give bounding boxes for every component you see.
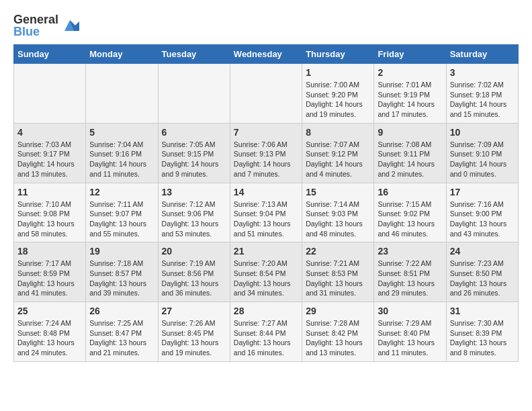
logo-icon (60, 16, 79, 35)
day-info: Sunrise: 7:13 AM Sunset: 9:04 PM Dayligh… (234, 199, 298, 239)
day-number: 3 (450, 67, 515, 78)
day-info: Sunrise: 7:11 AM Sunset: 9:07 PM Dayligh… (89, 199, 154, 239)
calendar-cell: 21Sunrise: 7:20 AM Sunset: 8:54 PM Dayli… (230, 242, 302, 302)
day-info: Sunrise: 7:00 AM Sunset: 9:20 PM Dayligh… (306, 80, 370, 120)
day-number: 12 (89, 187, 154, 197)
calendar-cell: 12Sunrise: 7:11 AM Sunset: 9:07 PM Dayli… (86, 183, 158, 242)
calendar-week-1: 1Sunrise: 7:00 AM Sunset: 9:20 PM Daylig… (14, 64, 519, 124)
header-saturday: Saturday (446, 45, 518, 64)
day-number: 26 (89, 306, 154, 316)
day-info: Sunrise: 7:20 AM Sunset: 8:54 PM Dayligh… (234, 259, 298, 298)
day-number: 7 (234, 127, 298, 138)
day-number: 6 (162, 127, 226, 138)
day-number: 16 (378, 187, 442, 197)
day-info: Sunrise: 7:30 AM Sunset: 8:39 PM Dayligh… (450, 318, 515, 358)
day-info: Sunrise: 7:23 AM Sunset: 8:50 PM Dayligh… (450, 259, 515, 298)
day-info: Sunrise: 7:05 AM Sunset: 9:15 PM Dayligh… (162, 140, 226, 179)
header-friday: Friday (374, 45, 446, 64)
calendar-cell: 9Sunrise: 7:08 AM Sunset: 9:11 PM Daylig… (374, 123, 446, 183)
calendar-cell: 19Sunrise: 7:18 AM Sunset: 8:57 PM Dayli… (86, 242, 158, 302)
calendar-cell: 27Sunrise: 7:26 AM Sunset: 8:45 PM Dayli… (158, 302, 230, 362)
calendar-cell: 20Sunrise: 7:19 AM Sunset: 8:56 PM Dayli… (158, 242, 230, 302)
header-wednesday: Wednesday (230, 45, 302, 64)
day-number: 4 (17, 127, 82, 138)
day-number: 10 (450, 127, 515, 138)
day-info: Sunrise: 7:28 AM Sunset: 8:42 PM Dayligh… (306, 318, 370, 358)
day-number: 29 (306, 306, 370, 316)
calendar-cell: 22Sunrise: 7:21 AM Sunset: 8:53 PM Dayli… (302, 242, 374, 302)
day-number: 8 (306, 127, 370, 138)
day-info: Sunrise: 7:14 AM Sunset: 9:03 PM Dayligh… (306, 199, 370, 239)
calendar-cell: 7Sunrise: 7:06 AM Sunset: 9:13 PM Daylig… (230, 123, 302, 183)
day-number: 21 (234, 246, 298, 257)
header-sunday: Sunday (14, 45, 86, 64)
day-number: 5 (89, 127, 154, 138)
calendar-cell: 3Sunrise: 7:02 AM Sunset: 9:18 PM Daylig… (446, 64, 518, 124)
day-info: Sunrise: 7:16 AM Sunset: 9:00 PM Dayligh… (450, 199, 515, 239)
calendar-cell: 16Sunrise: 7:15 AM Sunset: 9:02 PM Dayli… (374, 183, 446, 242)
day-number: 20 (162, 246, 226, 257)
day-info: Sunrise: 7:17 AM Sunset: 8:59 PM Dayligh… (17, 259, 82, 298)
day-info: Sunrise: 7:15 AM Sunset: 9:02 PM Dayligh… (378, 199, 442, 239)
day-number: 17 (450, 187, 515, 197)
day-info: Sunrise: 7:01 AM Sunset: 9:19 PM Dayligh… (378, 80, 442, 120)
calendar-cell (230, 64, 302, 124)
calendar-cell: 11Sunrise: 7:10 AM Sunset: 9:08 PM Dayli… (14, 183, 86, 242)
calendar-week-2: 4Sunrise: 7:03 AM Sunset: 9:17 PM Daylig… (14, 123, 519, 183)
day-number: 14 (234, 187, 298, 197)
day-number: 24 (450, 246, 515, 257)
day-info: Sunrise: 7:02 AM Sunset: 9:18 PM Dayligh… (450, 80, 515, 120)
day-info: Sunrise: 7:03 AM Sunset: 9:17 PM Dayligh… (17, 140, 82, 179)
day-info: Sunrise: 7:19 AM Sunset: 8:56 PM Dayligh… (162, 259, 226, 298)
day-number: 28 (234, 306, 298, 316)
calendar-cell: 28Sunrise: 7:27 AM Sunset: 8:44 PM Dayli… (230, 302, 302, 362)
day-info: Sunrise: 7:22 AM Sunset: 8:51 PM Dayligh… (378, 259, 442, 298)
day-number: 9 (378, 127, 442, 138)
calendar-week-5: 25Sunrise: 7:24 AM Sunset: 8:48 PM Dayli… (14, 302, 519, 362)
calendar-cell: 18Sunrise: 7:17 AM Sunset: 8:59 PM Dayli… (14, 242, 86, 302)
day-number: 22 (306, 246, 370, 257)
header-monday: Monday (86, 45, 158, 64)
page-header: General Blue (13, 13, 519, 38)
calendar-cell: 8Sunrise: 7:07 AM Sunset: 9:12 PM Daylig… (302, 123, 374, 183)
day-number: 15 (306, 187, 370, 197)
day-number: 23 (378, 246, 442, 257)
calendar-cell: 31Sunrise: 7:30 AM Sunset: 8:39 PM Dayli… (446, 302, 518, 362)
day-number: 27 (162, 306, 226, 316)
header-tuesday: Tuesday (158, 45, 230, 64)
calendar-cell: 17Sunrise: 7:16 AM Sunset: 9:00 PM Dayli… (446, 183, 518, 242)
day-number: 11 (17, 187, 82, 197)
day-info: Sunrise: 7:12 AM Sunset: 9:06 PM Dayligh… (162, 199, 226, 239)
day-info: Sunrise: 7:25 AM Sunset: 8:47 PM Dayligh… (89, 318, 154, 358)
day-info: Sunrise: 7:24 AM Sunset: 8:48 PM Dayligh… (17, 318, 82, 358)
calendar-cell (86, 64, 158, 124)
calendar-cell: 14Sunrise: 7:13 AM Sunset: 9:04 PM Dayli… (230, 183, 302, 242)
day-info: Sunrise: 7:08 AM Sunset: 9:11 PM Dayligh… (378, 140, 442, 179)
day-info: Sunrise: 7:07 AM Sunset: 9:12 PM Dayligh… (306, 140, 370, 179)
calendar-cell (14, 64, 86, 124)
calendar-table: SundayMondayTuesdayWednesdayThursdayFrid… (13, 44, 519, 362)
day-number: 13 (162, 187, 226, 197)
logo-general: General (13, 13, 58, 26)
calendar-cell: 5Sunrise: 7:04 AM Sunset: 9:16 PM Daylig… (86, 123, 158, 183)
day-info: Sunrise: 7:29 AM Sunset: 8:40 PM Dayligh… (378, 318, 442, 358)
calendar-body: 1Sunrise: 7:00 AM Sunset: 9:20 PM Daylig… (14, 64, 519, 362)
logo-blue: Blue (13, 26, 58, 38)
calendar-cell: 13Sunrise: 7:12 AM Sunset: 9:06 PM Dayli… (158, 183, 230, 242)
calendar-cell: 25Sunrise: 7:24 AM Sunset: 8:48 PM Dayli… (14, 302, 86, 362)
calendar-cell: 6Sunrise: 7:05 AM Sunset: 9:15 PM Daylig… (158, 123, 230, 183)
calendar-cell: 23Sunrise: 7:22 AM Sunset: 8:51 PM Dayli… (374, 242, 446, 302)
calendar-week-4: 18Sunrise: 7:17 AM Sunset: 8:59 PM Dayli… (14, 242, 519, 302)
day-number: 1 (306, 67, 370, 78)
day-info: Sunrise: 7:21 AM Sunset: 8:53 PM Dayligh… (306, 259, 370, 298)
calendar-cell: 15Sunrise: 7:14 AM Sunset: 9:03 PM Dayli… (302, 183, 374, 242)
calendar-cell: 30Sunrise: 7:29 AM Sunset: 8:40 PM Dayli… (374, 302, 446, 362)
header-thursday: Thursday (302, 45, 374, 64)
calendar-cell: 2Sunrise: 7:01 AM Sunset: 9:19 PM Daylig… (374, 64, 446, 124)
calendar-cell: 26Sunrise: 7:25 AM Sunset: 8:47 PM Dayli… (86, 302, 158, 362)
day-info: Sunrise: 7:18 AM Sunset: 8:57 PM Dayligh… (89, 259, 154, 298)
logo: General Blue (13, 13, 79, 38)
day-number: 30 (378, 306, 442, 316)
day-number: 25 (17, 306, 82, 316)
day-info: Sunrise: 7:26 AM Sunset: 8:45 PM Dayligh… (162, 318, 226, 358)
